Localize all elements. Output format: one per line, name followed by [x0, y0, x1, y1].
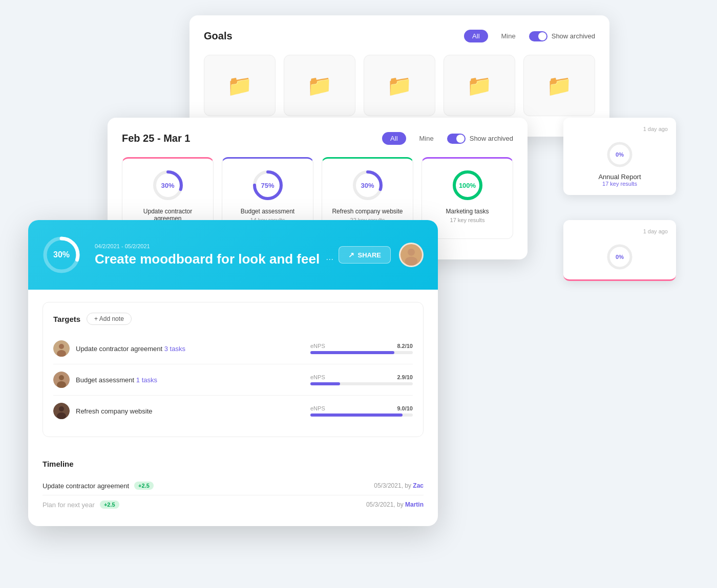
right-pct-2: 0% — [616, 254, 624, 260]
folder-icon-2: 📁 — [307, 74, 332, 98]
metric-bar-fill-1 — [310, 351, 394, 354]
right-card-time-1: 1 day ago — [572, 126, 668, 132]
goals-folder-grid: 📁 📁 📁 📁 📁 — [204, 55, 595, 116]
goal-pct-1: 30% — [161, 182, 174, 189]
timeline-badge-2: +2.5 — [100, 500, 119, 509]
timeline-badge-1: +2.5 — [134, 482, 154, 490]
timeline-by-1: Zac — [413, 482, 424, 489]
target-link-1[interactable]: 3 tasks — [164, 345, 185, 353]
weekly-filter-all[interactable]: All — [382, 132, 406, 145]
target-name-1: Update contractor agreement 3 tasks — [76, 345, 310, 353]
goal-pct-4: 100% — [459, 182, 476, 189]
metric-value-3: 9.0/10 — [397, 405, 413, 411]
folder-icon-4: 📁 — [467, 74, 492, 98]
annual-report-sub: 17 key results — [602, 181, 637, 187]
timeline-by-2: Martin — [405, 501, 424, 508]
svg-point-21 — [59, 375, 64, 380]
goal-donut-3: 30% — [351, 169, 384, 202]
share-icon: ↗ — [348, 251, 354, 259]
goals-panel-header: Goals All Mine Show archived — [204, 30, 595, 42]
weekly-show-archived-toggle[interactable]: Show archived — [447, 134, 513, 144]
right-donut-2: 0% — [605, 243, 634, 271]
right-card-inner-2: 0% — [572, 238, 668, 271]
scene: Goals All Mine Show archived 📁 📁 📁 📁 — [0, 0, 717, 588]
goal-name-2: Budget assessment — [241, 208, 294, 215]
target-name-3: Refresh company website — [76, 407, 310, 415]
main-header-title-row: Create moodboard for look and feel ··· — [95, 251, 339, 267]
right-pct-1: 0% — [616, 151, 624, 158]
timeline-right-2: 05/3/2021, by Martin — [366, 501, 424, 508]
avatar — [399, 243, 424, 267]
svg-point-24 — [59, 406, 64, 411]
folder-icon-5: 📁 — [546, 74, 572, 98]
timeline-row-1: Update contractor agreement +2.5 05/3/20… — [43, 476, 424, 495]
metric-bar-bg-1 — [310, 351, 413, 354]
goals-filter-mine[interactable]: Mine — [493, 30, 524, 42]
main-progress-donut: 30% — [41, 234, 82, 275]
target-avatar-3 — [53, 403, 70, 419]
timeline-right-1: 05/3/2021, by Zac — [374, 482, 424, 489]
timeline-name-2: Plan for next year — [43, 501, 95, 509]
timeline-left-2: Plan for next year +2.5 — [43, 500, 119, 509]
goal-name-3: Refresh company website — [332, 208, 403, 215]
target-avatar-2 — [53, 372, 70, 388]
folder-card-1[interactable]: 📁 — [204, 55, 276, 116]
right-panel-extra: 1 day ago 0% — [563, 220, 676, 289]
folder-card-2[interactable]: 📁 — [284, 55, 355, 116]
target-link-2[interactable]: 1 tasks — [136, 376, 157, 384]
metric-value-1: 8.2/10 — [397, 343, 413, 349]
metric-value-2: 2.9/10 — [397, 374, 413, 380]
timeline-left-1: Update contractor agreement +2.5 — [43, 482, 154, 490]
target-avatar-1 — [53, 340, 70, 357]
share-label: SHARE — [357, 251, 381, 259]
metric-bar-fill-3 — [310, 413, 403, 417]
annual-report-name: Annual Report — [598, 173, 641, 181]
svg-point-15 — [408, 249, 415, 256]
add-note-button[interactable]: + Add note — [87, 313, 132, 325]
weekly-filter-row: All Mine Show archived — [382, 132, 513, 145]
main-panel-body: Targets + Add note Update contractor agr… — [28, 290, 438, 460]
svg-point-16 — [405, 257, 418, 266]
timeline-title: Timeline — [43, 460, 424, 468]
metric-bar-bg-3 — [310, 413, 413, 417]
folder-card-4[interactable]: 📁 — [444, 55, 515, 116]
metric-label-3: eNPS — [310, 405, 325, 411]
goal-donut-1: 30% — [152, 169, 184, 202]
goals-archived-switch[interactable] — [529, 31, 547, 41]
timeline-name-1: Update contractor agreement — [43, 482, 129, 490]
main-header-dates: 04/2/2021 - 05/2/2021 — [95, 243, 339, 249]
right-panel: 1 day ago 0% Annual Report 17 key result… — [563, 118, 676, 203]
goals-filter-all[interactable]: All — [464, 30, 488, 42]
folder-icon-1: 📁 — [227, 74, 252, 98]
main-panel-header: 30% 04/2/2021 - 05/2/2021 Create moodboa… — [28, 220, 438, 290]
main-progress-pct: 30% — [53, 250, 70, 259]
main-header-title: Create moodboard for look and feel — [95, 251, 320, 267]
goals-archived-label: Show archived — [552, 32, 595, 40]
targets-header: Targets + Add note — [53, 313, 413, 325]
target-row-1: Update contractor agreement 3 tasks eNPS… — [53, 333, 413, 364]
main-header-info: 04/2/2021 - 05/2/2021 Create moodboard f… — [95, 243, 339, 267]
weekly-archived-label: Show archived — [470, 135, 513, 142]
goal-sub-4: 17 key results — [450, 217, 485, 223]
folder-card-5[interactable]: 📁 — [523, 55, 595, 116]
target-metric-2: eNPS 2.9/10 — [310, 374, 413, 385]
metric-label-1: eNPS — [310, 343, 325, 349]
weekly-archived-switch[interactable] — [447, 134, 466, 144]
metric-label-2: eNPS — [310, 374, 325, 380]
right-card-inner-1: 0% Annual Report 17 key results — [572, 136, 668, 187]
metric-label-row-3: eNPS 9.0/10 — [310, 405, 413, 411]
more-options-icon[interactable]: ··· — [326, 254, 333, 265]
share-button[interactable]: ↗ SHARE — [339, 246, 391, 264]
metric-label-row-2: eNPS 2.9/10 — [310, 374, 413, 380]
goals-show-archived-toggle[interactable]: Show archived — [529, 31, 595, 41]
folder-card-3[interactable]: 📁 — [364, 55, 435, 116]
timeline-section: Timeline Update contractor agreement +2.… — [28, 460, 438, 526]
metric-label-row-1: eNPS 8.2/10 — [310, 343, 413, 349]
goal-donut-2: 75% — [251, 169, 284, 202]
folder-icon-3: 📁 — [387, 74, 412, 98]
goal-pct-2: 75% — [261, 182, 274, 189]
weekly-filter-mine[interactable]: Mine — [411, 132, 442, 145]
goals-filter-row: All Mine Show archived — [464, 30, 595, 42]
right-card-annual-report: 1 day ago 0% Annual Report 17 key result… — [563, 118, 676, 195]
svg-point-18 — [59, 344, 64, 349]
